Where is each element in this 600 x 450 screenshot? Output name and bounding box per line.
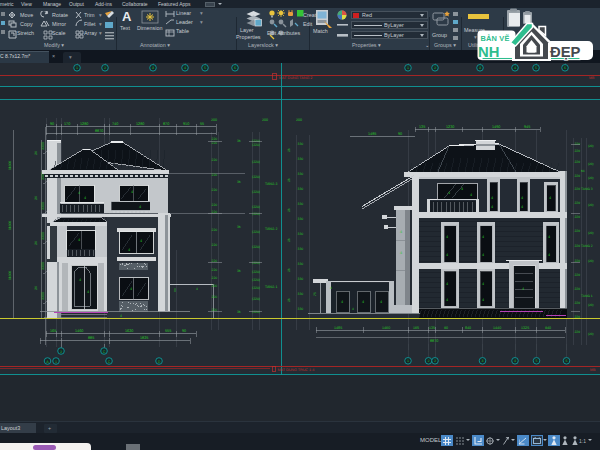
svg-text:BẢN VẼ: BẢN VẼ [481,34,510,43]
svg-text:NH: NH [478,44,499,60]
svg-text:ĐẸP: ĐẸP [550,44,581,60]
